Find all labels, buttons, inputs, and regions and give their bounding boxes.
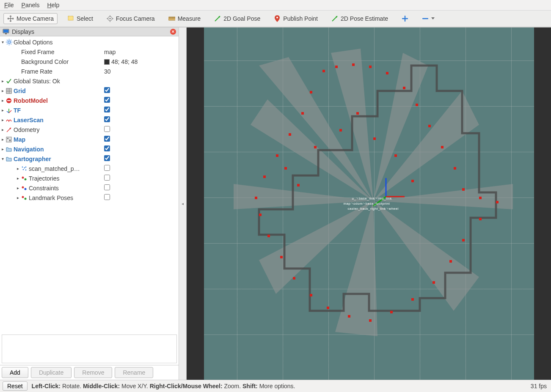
tool-remove[interactable] [418, 13, 438, 24]
plus-icon [402, 15, 408, 22]
publish-point-icon [274, 15, 281, 22]
tree-item-scan-matched[interactable]: ▸ scan_matched_p… [0, 164, 179, 173]
checkbox-constraints[interactable] [104, 184, 110, 190]
panel-splitter[interactable]: ◂ [179, 27, 187, 380]
remove-button: Remove [74, 367, 112, 378]
rename-button: Rename [115, 367, 153, 378]
svg-rect-74 [394, 154, 397, 157]
prop-background-color[interactable]: Background Color 48; 48; 48 [0, 57, 179, 66]
minus-icon [422, 15, 429, 22]
tool-publish-point[interactable]: Publish Point [270, 13, 322, 24]
pose-estimate-icon [331, 15, 338, 22]
checkbox-navigation[interactable] [104, 145, 110, 151]
svg-rect-43 [441, 146, 444, 148]
checkbox-scan-matched[interactable] [104, 165, 110, 171]
tree-item-global-options[interactable]: ▾ Global Options [0, 37, 179, 47]
checkbox-laserscan[interactable] [104, 116, 110, 122]
svg-rect-37 [352, 63, 355, 66]
svg-rect-50 [449, 260, 452, 263]
menu-bar: File Panels Help [0, 0, 551, 11]
tool-goal-pose-label: 2D Goal Pose [223, 15, 260, 22]
checkbox-trajectories[interactable] [104, 175, 110, 181]
tree-item-global-status[interactable]: ▸ Global Status: Ok [0, 76, 179, 86]
tool-measure[interactable]: Measure [165, 13, 204, 24]
svg-rect-38 [369, 66, 372, 68]
svg-point-17 [25, 169, 27, 170]
svg-rect-41 [416, 104, 418, 106]
svg-rect-48 [479, 218, 482, 220]
svg-rect-35 [322, 70, 325, 72]
folder-icon [5, 156, 13, 162]
goal-pose-icon [214, 15, 221, 22]
grid-icon [5, 88, 13, 94]
pointcloud-icon [20, 166, 28, 172]
odometry-icon [5, 127, 13, 133]
checkbox-map[interactable] [104, 136, 110, 142]
svg-rect-65 [289, 133, 291, 136]
tool-pose-estimate-label: 2D Pose Estimate [341, 15, 388, 22]
svg-rect-62 [255, 197, 257, 199]
svg-rect-75 [411, 180, 414, 182]
tree-item-grid[interactable]: ▸ Grid [0, 86, 179, 96]
prop-frame-rate[interactable]: Frame Rate 30 [0, 66, 179, 76]
svg-marker-30 [373, 201, 479, 311]
tree-item-odometry[interactable]: ▸ Odometry [0, 125, 179, 134]
prop-fixed-frame[interactable]: Fixed Frame map [0, 47, 179, 57]
svg-point-22 [25, 188, 27, 190]
svg-rect-42 [428, 125, 431, 127]
displays-panel: Displays ✕ ▾ Global Options Fixed Frame … [0, 27, 179, 380]
checkbox-tf[interactable] [104, 107, 110, 112]
svg-rect-69 [297, 184, 300, 186]
svg-rect-56 [327, 307, 329, 309]
menu-file[interactable]: File [4, 2, 14, 8]
tree-item-constraints[interactable]: ▸ Constraints [0, 183, 179, 193]
main-area: Displays ✕ ▾ Global Options Fixed Frame … [0, 27, 551, 380]
tool-measure-label: Measure [178, 15, 201, 22]
tree-item-trajectories[interactable]: ▸ Trajectories [0, 173, 179, 183]
menu-help[interactable]: Help [47, 2, 59, 8]
checkbox-robotmodel[interactable] [104, 97, 110, 103]
tree-item-tf[interactable]: ▸ TF [0, 105, 179, 115]
tool-2d-goal-pose[interactable]: 2D Goal Pose [210, 13, 264, 24]
render-view[interactable]: u_␠base_link␠imu_link map␠odom␠base_foot… [187, 27, 551, 380]
laserscan-icon [5, 117, 13, 123]
svg-rect-44 [454, 167, 456, 170]
panel-close-button[interactable]: ✕ [170, 29, 176, 35]
svg-rect-39 [386, 72, 388, 74]
tree-item-robotmodel[interactable]: ▸ RobotModel [0, 96, 179, 105]
tool-add[interactable] [398, 13, 412, 24]
tree-item-map[interactable]: ▸ Map [0, 134, 179, 144]
svg-rect-40 [403, 87, 405, 89]
tool-focus-camera[interactable]: Focus Camera [103, 13, 159, 24]
tool-move-camera[interactable]: Move Camera [3, 13, 58, 24]
tree-item-laserscan[interactable]: ▸ LaserScan [0, 115, 179, 125]
checkbox-landmark-poses[interactable] [104, 194, 110, 200]
tree-item-navigation[interactable]: ▸ Navigation [0, 144, 179, 154]
checkbox-odometry[interactable] [104, 126, 110, 132]
tree-item-landmark-poses[interactable]: ▸ Landmark Poses [0, 193, 179, 203]
checkbox-grid[interactable] [104, 87, 110, 93]
svg-point-24 [25, 197, 27, 200]
tool-select[interactable]: Select [63, 13, 97, 24]
svg-point-2 [109, 18, 110, 19]
fps-counter: 31 fps [531, 383, 548, 389]
svg-rect-70 [314, 146, 317, 148]
svg-rect-66 [301, 112, 304, 115]
add-button[interactable]: Add [2, 367, 28, 378]
markers-icon [20, 185, 28, 191]
svg-rect-0 [68, 16, 73, 20]
svg-point-23 [22, 196, 24, 198]
checkbox-cartographer[interactable] [104, 155, 110, 161]
reset-button[interactable]: Reset [3, 381, 28, 391]
tool-publish-point-label: Publish Point [283, 15, 318, 22]
svg-rect-10 [7, 100, 11, 101]
svg-rect-11 [6, 137, 11, 142]
tool-2d-pose-estimate[interactable]: 2D Pose Estimate [328, 13, 392, 24]
svg-rect-73 [373, 137, 376, 140]
toolbar: Move Camera Select Focus Camera Measure … [0, 11, 551, 27]
focus-camera-icon [107, 15, 113, 22]
tool-move-camera-label: Move Camera [17, 15, 54, 22]
menu-panels[interactable]: Panels [22, 2, 40, 8]
tree-item-cartographer[interactable]: ▾ Cartographer [0, 154, 179, 164]
svg-rect-54 [369, 319, 372, 322]
